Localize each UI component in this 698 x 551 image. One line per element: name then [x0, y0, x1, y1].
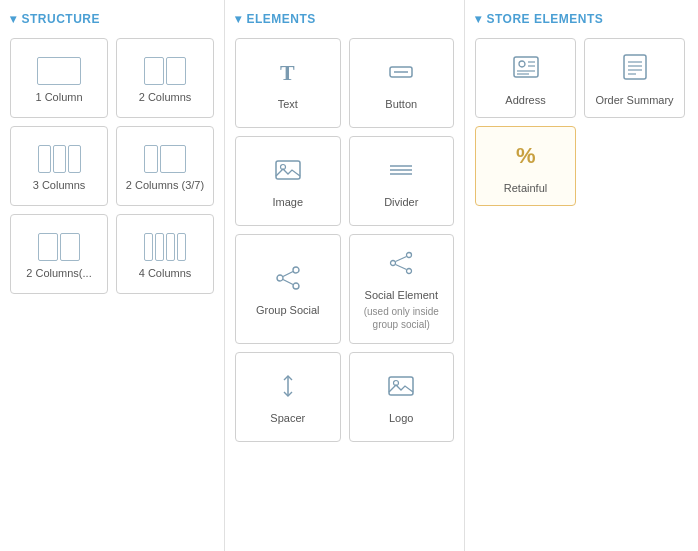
svg-text:%: %	[516, 143, 536, 168]
store-elements-title: STORE ELEMENTS	[475, 12, 685, 26]
element-item-logo[interactable]: Logo	[349, 352, 455, 442]
svg-line-11	[283, 272, 293, 277]
element-item-image[interactable]: Image	[235, 136, 341, 226]
store-elements-grid: Address Order Summary % Ret	[475, 38, 685, 206]
store-item-address[interactable]: Address	[475, 38, 576, 118]
structure-item-3-columns[interactable]: 3 Columns	[10, 126, 108, 206]
element-item-spacer[interactable]: Spacer	[235, 352, 341, 442]
structure-item-4-columns[interactable]: 4 Columns	[116, 214, 214, 294]
store-item-label: Order Summary	[595, 94, 673, 106]
element-label: Logo	[389, 412, 413, 424]
structure-item-2-columns-split[interactable]: 2 Columns(...	[10, 214, 108, 294]
svg-point-15	[391, 261, 396, 266]
divider-icon	[387, 156, 415, 190]
structure-grid: 1 Column 2 Columns 3 Columns	[10, 38, 214, 294]
element-label: Social Element	[365, 289, 438, 301]
store-item-order-summary[interactable]: Order Summary	[584, 38, 685, 118]
svg-point-22	[519, 61, 525, 67]
element-item-text[interactable]: T Text	[235, 38, 341, 128]
elements-title: ELEMENTS	[235, 12, 454, 26]
element-item-divider[interactable]: Divider	[349, 136, 455, 226]
3-columns-icon	[38, 145, 81, 173]
svg-point-9	[293, 283, 299, 289]
structure-item-1-column[interactable]: 1 Column	[10, 38, 108, 118]
store-elements-panel: STORE ELEMENTS Address	[465, 0, 695, 551]
element-label: Divider	[384, 196, 418, 208]
element-label: Spacer	[270, 412, 305, 424]
element-label: Button	[385, 98, 417, 110]
structure-item-2-columns[interactable]: 2 Columns	[116, 38, 214, 118]
element-item-button[interactable]: Button	[349, 38, 455, 128]
elements-panel: ELEMENTS T Text Button	[225, 0, 465, 551]
structure-item-label: 4 Columns	[139, 267, 192, 279]
svg-point-10	[277, 275, 283, 281]
text-icon: T	[274, 58, 302, 92]
retainful-icon: %	[511, 140, 541, 176]
svg-point-8	[293, 267, 299, 273]
svg-text:T: T	[280, 60, 295, 85]
store-item-retainful[interactable]: % Retainful	[475, 126, 576, 206]
svg-rect-3	[276, 161, 300, 179]
element-sublabel: (used only inside group social)	[356, 305, 448, 331]
store-item-label: Address	[505, 94, 545, 106]
2-columns-37-icon	[144, 145, 186, 173]
svg-rect-27	[624, 55, 646, 79]
svg-point-13	[407, 253, 412, 258]
element-label: Group Social	[256, 304, 320, 316]
group-social-icon	[274, 264, 302, 298]
structure-item-label: 2 Columns (3/7)	[126, 179, 204, 191]
svg-line-12	[283, 280, 293, 285]
element-label: Text	[278, 98, 298, 110]
spacer-icon	[274, 372, 302, 406]
store-item-label: Retainful	[504, 182, 547, 194]
button-icon	[387, 58, 415, 92]
elements-grid: T Text Button I	[235, 38, 454, 442]
element-item-group-social[interactable]: Group Social	[235, 234, 341, 344]
structure-item-label: 2 Columns	[139, 91, 192, 103]
order-summary-icon	[620, 52, 650, 88]
address-icon	[511, 52, 541, 88]
structure-item-label: 2 Columns(...	[26, 267, 91, 279]
svg-point-14	[407, 269, 412, 274]
structure-item-label: 3 Columns	[33, 179, 86, 191]
structure-item-label: 1 Column	[35, 91, 82, 103]
logo-icon	[387, 372, 415, 406]
4-columns-icon	[144, 233, 186, 261]
2-columns-split-icon	[38, 233, 80, 261]
svg-line-16	[396, 257, 407, 262]
svg-rect-19	[389, 377, 413, 395]
structure-item-2-columns-37[interactable]: 2 Columns (3/7)	[116, 126, 214, 206]
image-icon	[274, 156, 302, 190]
structure-title: STRUCTURE	[10, 12, 214, 26]
svg-line-17	[396, 265, 407, 270]
structure-panel: STRUCTURE 1 Column 2 Columns 3 Columns	[0, 0, 225, 551]
social-element-icon	[387, 249, 415, 283]
element-label: Image	[272, 196, 303, 208]
2-columns-icon	[144, 57, 186, 85]
1-column-icon	[37, 57, 81, 85]
element-item-social-element[interactable]: Social Element (used only inside group s…	[349, 234, 455, 344]
